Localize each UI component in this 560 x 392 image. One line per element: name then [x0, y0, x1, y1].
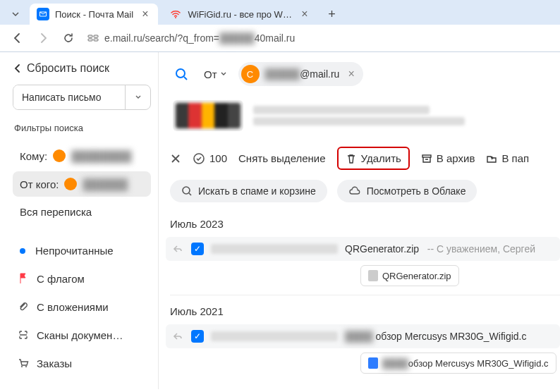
mail-row[interactable]: ✓ QRGenerator.zip -- С уважением, Сергей — [166, 237, 560, 261]
flag-icon — [17, 272, 30, 285]
row-checkbox[interactable]: ✓ — [191, 330, 204, 343]
attachment-name: ████обзор Mercusys MR30G_Wifigid.c — [382, 358, 549, 369]
toolbar-archive[interactable]: В архив — [421, 152, 475, 164]
sidebar-item-attachments[interactable]: С вложениями — [13, 294, 151, 319]
mail-subject: ████ обзор Mercusys MR30G_Wifigid.c — [345, 331, 527, 342]
group-header: Июль 2023 — [170, 214, 560, 237]
pill-row: Искать в спаме и корзине Посмотреть в Об… — [170, 180, 560, 202]
mail-favicon — [37, 8, 49, 20]
tab-close-icon[interactable]: × — [139, 8, 151, 20]
tab-title: WiFiGid.ru - все про WiFi и бе — [188, 9, 293, 20]
sidebar: Сбросить поиск Написать письмо Фильтры п… — [0, 52, 159, 389]
filter-all-label: Вся переписка — [20, 206, 92, 218]
search-icon[interactable] — [170, 63, 193, 85]
search-bar: От C █████@mail.ru × — [170, 62, 560, 86]
tabs-row: Поиск - Почта Mail × WiFiGid.ru - все пр… — [0, 0, 560, 25]
chip-avatar: C — [241, 65, 260, 83]
search-chip[interactable]: C █████@mail.ru × — [238, 62, 363, 86]
wifi-favicon — [169, 8, 182, 20]
cart-icon — [17, 357, 30, 369]
toolbar-delete-label: Удалить — [361, 152, 401, 164]
compose-button[interactable]: Написать письмо — [13, 85, 125, 109]
promo-text — [253, 106, 465, 125]
site-settings-icon[interactable] — [86, 31, 100, 45]
svg-rect-1 — [88, 35, 92, 37]
filter-to-label: Кому: — [20, 150, 47, 162]
reply-icon — [173, 331, 184, 341]
chip-text: █████@mail.ru — [265, 68, 340, 80]
main-content: От C █████@mail.ru × 100 — [159, 52, 560, 389]
toolbar-select-all[interactable]: 100 — [193, 152, 227, 165]
attachment-chip[interactable]: ████обзор Mercusys MR30G_Wifigid.c — [360, 353, 556, 374]
svg-point-10 — [183, 187, 190, 194]
selection-toolbar: 100 Снять выделение Удалить В архив В па… — [170, 144, 560, 180]
pill-search-spam[interactable]: Искать в спаме и корзине — [170, 180, 327, 202]
compose-dropdown[interactable] — [125, 85, 150, 109]
tab-title: Поиск - Почта Mail — [55, 9, 133, 20]
filter-to-value: ████████ — [71, 150, 131, 162]
svg-point-6 — [25, 366, 27, 367]
chip-remove-icon[interactable]: × — [345, 68, 354, 80]
sender-name — [211, 244, 338, 254]
filter-from[interactable]: От кого: ██████ — [13, 171, 151, 197]
filter-from-label: От кого: — [20, 178, 59, 190]
tab-close-icon[interactable]: × — [298, 8, 310, 20]
reload-button[interactable] — [61, 30, 76, 46]
filter-all-conv[interactable]: Вся переписка — [13, 200, 151, 224]
reply-icon — [173, 244, 184, 254]
pill-cloud-label: Посмотреть в Облаке — [367, 185, 466, 197]
mail-row[interactable]: ✓ ████ обзор Mercusys MR30G_Wifigid.c — [166, 324, 560, 348]
reset-search-label: Сбросить поиск — [27, 62, 109, 75]
svg-rect-9 — [422, 155, 431, 157]
svg-point-7 — [176, 69, 185, 78]
compose-button-group: Написать письмо — [13, 85, 151, 110]
address-bar-row: e.mail.ru/search/?q_from=█████40mail.ru — [0, 25, 560, 51]
file-icon — [368, 357, 378, 369]
toolbar-close[interactable] — [170, 153, 181, 164]
sidebar-item-label: Заказы — [37, 357, 72, 369]
toolbar-delete[interactable]: Удалить — [337, 147, 410, 170]
address-bar[interactable]: e.mail.ru/search/?q_from=█████40mail.ru — [86, 31, 295, 45]
scan-icon — [17, 329, 30, 341]
new-tab-button[interactable]: + — [322, 4, 341, 24]
sidebar-item-label: Сканы докумен… — [37, 329, 123, 341]
toolbar-deselect[interactable]: Снять выделение — [238, 152, 326, 164]
filter-to[interactable]: Кому: ████████ — [13, 143, 151, 169]
pill-spam-label: Искать в спаме и корзине — [198, 185, 316, 197]
promo-banner[interactable] — [170, 96, 560, 144]
svg-point-0 — [175, 17, 176, 18]
tabs-dropdown[interactable] — [6, 4, 25, 24]
group-header: Июль 2021 — [170, 301, 560, 324]
unread-dot-icon — [20, 248, 25, 254]
promo-image — [173, 100, 243, 131]
row-checkbox[interactable]: ✓ — [191, 243, 204, 255]
filter-from-value: ██████ — [83, 178, 128, 190]
toolbar-move-folder[interactable]: В пап — [486, 152, 529, 164]
toolbar-folder-label: В пап — [501, 152, 529, 164]
svg-rect-3 — [88, 39, 92, 41]
forward-button[interactable] — [35, 30, 51, 46]
sidebar-item-label: Непрочитанные — [35, 245, 114, 257]
sender-name — [211, 331, 338, 341]
sidebar-item-flagged[interactable]: С флагом — [13, 266, 151, 291]
svg-point-5 — [21, 366, 23, 367]
selection-count: 100 — [209, 152, 227, 164]
reset-search-button[interactable]: Сбросить поиск — [13, 62, 109, 75]
file-icon — [368, 270, 378, 281]
tab-mail[interactable]: Поиск - Почта Mail × — [30, 4, 158, 25]
toolbar-archive-label: В архив — [437, 152, 475, 164]
sidebar-item-orders[interactable]: Заказы — [13, 350, 151, 376]
tab-wifigid[interactable]: WiFiGid.ru - все про WiFi и бе × — [162, 4, 317, 25]
avatar-icon — [53, 149, 66, 162]
attachment-name: QRGenerator.zip — [382, 271, 451, 281]
filters-label: Фильтры поиска — [13, 120, 151, 140]
app-container: Сбросить поиск Написать письмо Фильтры п… — [0, 52, 560, 389]
sidebar-item-label: С вложениями — [37, 301, 109, 313]
sidebar-item-unread[interactable]: Непрочитанные — [13, 238, 151, 263]
pill-view-cloud[interactable]: Посмотреть в Облаке — [337, 180, 477, 202]
url-text: e.mail.ru/search/?q_from=█████40mail.ru — [104, 32, 295, 44]
search-from-dropdown[interactable]: От — [197, 65, 234, 84]
attachment-chip[interactable]: QRGenerator.zip — [360, 265, 459, 286]
sidebar-item-scans[interactable]: Сканы докумен… — [13, 322, 151, 348]
back-button[interactable] — [10, 30, 25, 46]
